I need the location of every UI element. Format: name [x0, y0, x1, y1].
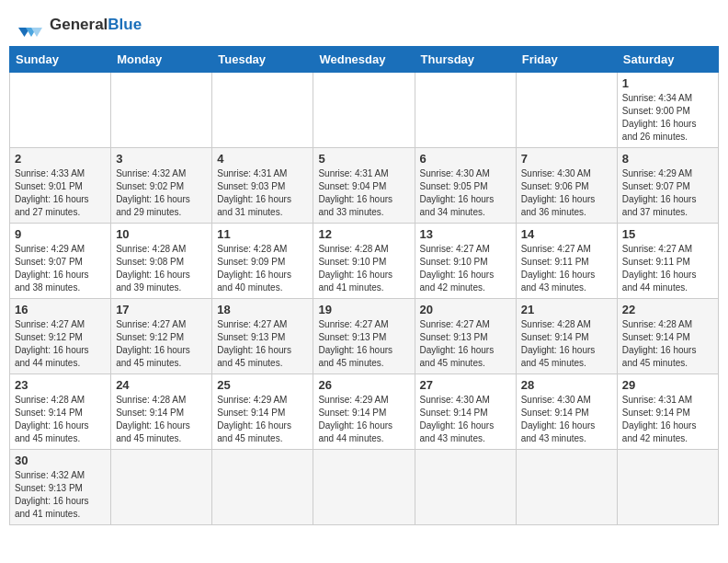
calendar-week-row: 16Sunrise: 4:27 AM Sunset: 9:12 PM Dayli… — [10, 299, 719, 374]
day-info: Sunrise: 4:28 AM Sunset: 9:14 PM Dayligh… — [116, 394, 207, 445]
day-info: Sunrise: 4:30 AM Sunset: 9:05 PM Dayligh… — [420, 167, 511, 219]
day-number: 22 — [622, 303, 713, 316]
calendar-week-row: 30Sunrise: 4:32 AM Sunset: 9:13 PM Dayli… — [10, 450, 719, 525]
day-info: Sunrise: 4:33 AM Sunset: 9:01 PM Dayligh… — [15, 167, 106, 219]
day-info: Sunrise: 4:34 AM Sunset: 9:00 PM Dayligh… — [622, 92, 713, 144]
day-number: 3 — [116, 152, 207, 166]
day-info: Sunrise: 4:27 AM Sunset: 9:12 PM Dayligh… — [116, 318, 207, 370]
day-info: Sunrise: 4:27 AM Sunset: 9:12 PM Dayligh… — [15, 318, 106, 370]
calendar-cell — [212, 73, 313, 148]
logo: GeneralBlue — [13, 9, 142, 39]
calendar-week-row: 23Sunrise: 4:28 AM Sunset: 9:14 PM Dayli… — [10, 374, 719, 450]
day-number: 1 — [622, 76, 713, 90]
calendar-cell — [313, 73, 415, 148]
day-number: 24 — [116, 378, 207, 392]
calendar-cell: 18Sunrise: 4:27 AM Sunset: 9:13 PM Dayli… — [212, 299, 313, 374]
day-info: Sunrise: 4:27 AM Sunset: 9:10 PM Dayligh… — [420, 243, 511, 294]
day-info: Sunrise: 4:30 AM Sunset: 9:06 PM Dayligh… — [521, 167, 612, 219]
day-number: 27 — [420, 378, 511, 392]
day-number: 17 — [116, 303, 207, 316]
calendar-cell: 27Sunrise: 4:30 AM Sunset: 9:14 PM Dayli… — [415, 374, 516, 450]
day-header-tuesday: Tuesday — [212, 47, 313, 73]
calendar-cell: 1Sunrise: 4:34 AM Sunset: 9:00 PM Daylig… — [617, 73, 718, 148]
calendar-cell: 13Sunrise: 4:27 AM Sunset: 9:10 PM Dayli… — [415, 224, 516, 299]
day-header-friday: Friday — [516, 47, 617, 73]
day-number: 29 — [622, 378, 713, 392]
day-info: Sunrise: 4:27 AM Sunset: 9:13 PM Dayligh… — [318, 318, 409, 370]
day-info: Sunrise: 4:28 AM Sunset: 9:14 PM Dayligh… — [15, 394, 106, 445]
calendar-cell: 28Sunrise: 4:30 AM Sunset: 9:14 PM Dayli… — [516, 374, 617, 450]
day-info: Sunrise: 4:28 AM Sunset: 9:14 PM Dayligh… — [622, 318, 713, 370]
calendar-cell — [212, 450, 313, 525]
calendar-cell: 15Sunrise: 4:27 AM Sunset: 9:11 PM Dayli… — [617, 224, 718, 299]
day-number: 26 — [318, 378, 409, 392]
calendar-cell: 5Sunrise: 4:31 AM Sunset: 9:04 PM Daylig… — [313, 148, 415, 224]
calendar-cell: 2Sunrise: 4:33 AM Sunset: 9:01 PM Daylig… — [10, 148, 111, 224]
calendar-cell — [415, 73, 516, 148]
calendar-cell — [111, 450, 212, 525]
day-info: Sunrise: 4:27 AM Sunset: 9:11 PM Dayligh… — [521, 243, 612, 294]
day-info: Sunrise: 4:30 AM Sunset: 9:14 PM Dayligh… — [521, 394, 612, 445]
calendar-table: SundayMondayTuesdayWednesdayThursdayFrid… — [9, 46, 719, 525]
calendar-cell: 22Sunrise: 4:28 AM Sunset: 9:14 PM Dayli… — [617, 299, 718, 374]
day-info: Sunrise: 4:31 AM Sunset: 9:04 PM Dayligh… — [318, 167, 409, 219]
calendar-cell: 16Sunrise: 4:27 AM Sunset: 9:12 PM Dayli… — [10, 299, 111, 374]
day-info: Sunrise: 4:29 AM Sunset: 9:14 PM Dayligh… — [217, 394, 308, 445]
calendar-cell: 7Sunrise: 4:30 AM Sunset: 9:06 PM Daylig… — [516, 148, 617, 224]
calendar-cell — [415, 450, 516, 525]
calendar-cell: 24Sunrise: 4:28 AM Sunset: 9:14 PM Dayli… — [111, 374, 212, 450]
day-info: Sunrise: 4:28 AM Sunset: 9:14 PM Dayligh… — [521, 318, 612, 370]
day-info: Sunrise: 4:29 AM Sunset: 9:14 PM Dayligh… — [318, 394, 409, 445]
day-header-wednesday: Wednesday — [313, 47, 415, 73]
day-number: 13 — [420, 227, 511, 241]
calendar-cell: 25Sunrise: 4:29 AM Sunset: 9:14 PM Dayli… — [212, 374, 313, 450]
calendar-cell: 21Sunrise: 4:28 AM Sunset: 9:14 PM Dayli… — [516, 299, 617, 374]
calendar-week-row: 9Sunrise: 4:29 AM Sunset: 9:07 PM Daylig… — [10, 224, 719, 299]
day-number: 7 — [521, 152, 612, 166]
day-info: Sunrise: 4:28 AM Sunset: 9:10 PM Dayligh… — [318, 243, 409, 294]
calendar-cell: 9Sunrise: 4:29 AM Sunset: 9:07 PM Daylig… — [10, 224, 111, 299]
day-info: Sunrise: 4:29 AM Sunset: 9:07 PM Dayligh… — [622, 167, 713, 219]
calendar-cell: 11Sunrise: 4:28 AM Sunset: 9:09 PM Dayli… — [212, 224, 313, 299]
day-number: 25 — [217, 378, 308, 392]
day-number: 23 — [15, 378, 106, 392]
day-number: 10 — [116, 227, 207, 241]
day-number: 2 — [15, 152, 106, 166]
calendar-cell: 12Sunrise: 4:28 AM Sunset: 9:10 PM Dayli… — [313, 224, 415, 299]
day-info: Sunrise: 4:27 AM Sunset: 9:13 PM Dayligh… — [420, 318, 511, 370]
calendar-cell: 30Sunrise: 4:32 AM Sunset: 9:13 PM Dayli… — [10, 450, 111, 525]
day-number: 30 — [15, 454, 106, 467]
calendar-cell — [617, 450, 718, 525]
day-info: Sunrise: 4:29 AM Sunset: 9:07 PM Dayligh… — [15, 243, 106, 294]
calendar-cell: 26Sunrise: 4:29 AM Sunset: 9:14 PM Dayli… — [313, 374, 415, 450]
calendar-cell — [516, 73, 617, 148]
header: GeneralBlue — [9, 9, 719, 39]
day-header-thursday: Thursday — [415, 47, 516, 73]
day-info: Sunrise: 4:27 AM Sunset: 9:11 PM Dayligh… — [622, 243, 713, 294]
calendar-cell — [313, 450, 415, 525]
day-number: 6 — [420, 152, 511, 166]
day-number: 5 — [318, 152, 409, 166]
day-number: 18 — [217, 303, 308, 316]
day-number: 21 — [521, 303, 612, 316]
calendar-cell — [111, 73, 212, 148]
day-number: 16 — [15, 303, 106, 316]
day-info: Sunrise: 4:31 AM Sunset: 9:14 PM Dayligh… — [622, 394, 713, 445]
day-number: 15 — [622, 227, 713, 241]
day-info: Sunrise: 4:27 AM Sunset: 9:13 PM Dayligh… — [217, 318, 308, 370]
calendar-cell: 17Sunrise: 4:27 AM Sunset: 9:12 PM Dayli… — [111, 299, 212, 374]
calendar-cell: 6Sunrise: 4:30 AM Sunset: 9:05 PM Daylig… — [415, 148, 516, 224]
calendar-cell: 8Sunrise: 4:29 AM Sunset: 9:07 PM Daylig… — [617, 148, 718, 224]
calendar-cell: 14Sunrise: 4:27 AM Sunset: 9:11 PM Dayli… — [516, 224, 617, 299]
calendar-cell: 4Sunrise: 4:31 AM Sunset: 9:03 PM Daylig… — [212, 148, 313, 224]
day-info: Sunrise: 4:28 AM Sunset: 9:09 PM Dayligh… — [217, 243, 308, 294]
day-number: 20 — [420, 303, 511, 316]
calendar-cell: 10Sunrise: 4:28 AM Sunset: 9:08 PM Dayli… — [111, 224, 212, 299]
day-info: Sunrise: 4:32 AM Sunset: 9:13 PM Dayligh… — [15, 469, 106, 521]
calendar-cell: 3Sunrise: 4:32 AM Sunset: 9:02 PM Daylig… — [111, 148, 212, 224]
calendar-header-row: SundayMondayTuesdayWednesdayThursdayFrid… — [10, 47, 719, 73]
day-number: 19 — [318, 303, 409, 316]
calendar-cell — [10, 73, 111, 148]
day-info: Sunrise: 4:31 AM Sunset: 9:03 PM Dayligh… — [217, 167, 308, 219]
day-header-monday: Monday — [111, 47, 212, 73]
